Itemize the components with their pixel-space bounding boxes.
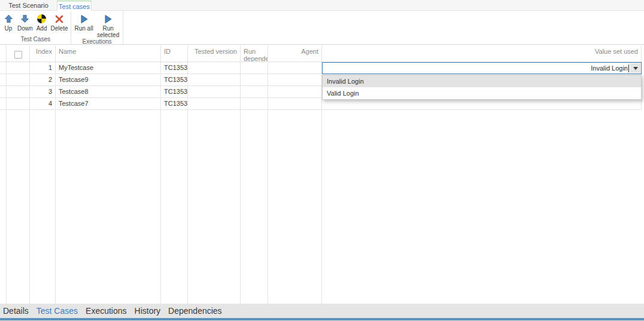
ribbon-tab-test-scenario[interactable]: Test Scenario [0,0,57,11]
cell-index[interactable]: 2 [30,74,56,85]
cell-run-depends[interactable] [241,62,268,74]
cell-agent[interactable] [268,98,322,109]
value-set-dropdown-list: Invalid LoginValid Login [322,75,642,100]
group-label-test-cases: Test Cases [1,36,69,44]
view-tab-test-cases[interactable]: Test Cases [37,306,78,316]
header-tested-version[interactable]: Tested version [188,45,241,62]
grid-empty-area [0,110,642,304]
run-all-play-icon [80,14,89,24]
header-id[interactable]: ID [161,45,188,62]
add-button[interactable]: Add [35,12,49,32]
cell-name[interactable]: Testcase9 [56,74,161,85]
empty-col [241,110,268,304]
cell-tested-version[interactable] [188,62,241,74]
row-select-cell[interactable] [7,86,30,97]
header-select-all [7,45,30,62]
ribbon-group-test-cases: Up Down [0,11,71,44]
row-indicator-cell[interactable] [0,98,7,109]
arrow-up-icon [4,14,13,24]
row-select-cell[interactable] [7,98,30,109]
bottom-view-tabbar: DetailsTest CasesExecutionsHistoryDepend… [0,304,644,318]
cell-id[interactable]: TC135333 [161,98,188,109]
text-caret [628,65,629,72]
delete-x-icon [55,14,63,24]
delete-button-label: Delete [51,25,68,32]
header-index[interactable]: Index [30,45,56,62]
chevron-down-icon [633,67,638,70]
cell-index[interactable]: 3 [30,86,56,97]
header-row-indicator [0,45,7,62]
cell-agent[interactable] [268,86,322,97]
delete-button[interactable]: Delete [49,12,70,32]
view-tab-executions[interactable]: Executions [86,306,126,316]
cell-id[interactable]: TC135335 [161,74,188,85]
run-all-button-label: Run all [74,25,93,32]
arrow-down-icon [20,14,29,24]
dropdown-option[interactable]: Valid Login [323,87,641,99]
run-all-button[interactable]: Run all [72,12,95,32]
run-selected-button-label: Run selected [97,25,120,38]
ribbon-tab-test-cases[interactable]: Test cases [57,0,92,11]
down-button[interactable]: Down [16,12,35,32]
ribbon: Up Down [0,11,644,45]
view-tab-details[interactable]: Details [3,306,29,316]
combo-dropdown-button[interactable] [630,63,640,73]
empty-col [161,110,188,304]
add-testcase-icon [37,14,47,24]
up-button-label: Up [5,25,13,32]
empty-col [56,110,161,304]
cell-index[interactable]: 1 [30,62,56,74]
cell-index[interactable]: 4 [30,98,56,109]
header-name[interactable]: Name [56,45,161,62]
ribbon-tabstrip: Test Scenario Test cases [0,0,644,11]
cell-run-depends[interactable] [241,86,268,97]
run-selected-play-icon [104,14,113,24]
row-select-cell[interactable] [7,74,30,85]
cell-name[interactable]: MyTestcase [56,62,161,74]
ribbon-group-executions: Run all Run selected Executions [71,11,123,44]
down-button-label: Down [17,25,33,32]
select-all-checkbox[interactable] [14,51,22,59]
cell-agent[interactable] [268,74,322,85]
row-select-cell[interactable] [7,62,30,74]
empty-col [7,110,30,304]
row-indicator-cell[interactable] [0,74,7,85]
cell-name[interactable]: Testcase7 [56,98,161,109]
empty-col [0,110,7,304]
up-button[interactable]: Up [1,12,16,32]
cell-id[interactable]: TC135334 [161,86,188,97]
row-indicator-cell[interactable] [0,86,7,97]
cell-tested-version[interactable] [188,74,241,85]
test-scenario-window: Test Scenario Test cases Up Down [0,0,644,321]
header-value-set-used[interactable]: Value set used [322,45,642,62]
header-run-depends[interactable]: Run depende... [241,45,268,62]
cell-name[interactable]: Testcase8 [56,86,161,97]
view-tab-dependencies[interactable]: Dependencies [168,306,222,316]
empty-col [268,110,322,304]
run-selected-button[interactable]: Run selected [95,12,121,38]
cell-run-depends[interactable] [241,74,268,85]
dropdown-option[interactable]: Invalid Login [323,75,641,87]
empty-col [30,110,56,304]
empty-col [188,110,241,304]
row-indicator-cell[interactable] [0,62,7,74]
add-button-label: Add [37,25,47,32]
cell-run-depends[interactable] [241,98,268,109]
cell-tested-version[interactable] [188,86,241,97]
header-agent[interactable]: Agent [268,45,322,62]
empty-col [322,110,642,304]
value-set-editor[interactable]: Invalid Login [322,62,642,74]
view-tab-history[interactable]: History [135,306,161,316]
value-set-editor-text[interactable]: Invalid Login [591,65,628,72]
grid-header-row: Index Name ID Tested version Run depende… [0,45,642,62]
table-row[interactable]: 4 Testcase7 TC135333 [0,98,642,110]
cell-id[interactable]: TC135345 [161,62,188,74]
cell-agent[interactable] [268,62,322,74]
cell-tested-version[interactable] [188,98,241,109]
